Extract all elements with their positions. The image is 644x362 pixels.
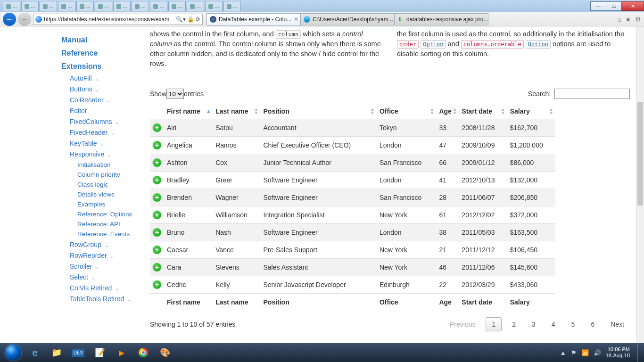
back-button[interactable]: ←: [3, 13, 16, 26]
window-minimize-button[interactable]: —: [590, 1, 606, 11]
expand-row-button[interactable]: +: [153, 228, 161, 237]
bg-tab[interactable]: …: [223, 1, 241, 11]
expand-row-button[interactable]: +: [153, 211, 161, 219]
expand-row-button[interactable]: +: [153, 263, 161, 272]
sidebar-item-select[interactable]: Select ⌄: [70, 273, 137, 281]
start-button[interactable]: [3, 345, 24, 361]
sidebar-subitem[interactable]: Reference: Events: [77, 230, 137, 238]
taskbar-media[interactable]: ▶: [111, 345, 132, 361]
bg-tab[interactable]: …: [132, 1, 149, 11]
sidebar-item-colvis-retired[interactable]: ColVis Retired ⌄: [70, 284, 137, 292]
sidebar-subitem[interactable]: Details views: [77, 191, 137, 198]
col-header[interactable]: Last name▲▼: [213, 104, 260, 119]
sidebar-subitem[interactable]: Initialisation: [77, 161, 137, 168]
sidebar-item-buttons[interactable]: Buttons ⌄: [70, 85, 137, 93]
sidebar-item-keytable[interactable]: KeyTable ⌄: [70, 140, 137, 147]
code-link-option[interactable]: Option: [421, 40, 446, 49]
window-close-button[interactable]: ✕: [621, 1, 644, 11]
tray-volume-icon[interactable]: 🔊: [594, 349, 601, 356]
search-dropdown-icon[interactable]: 🔍▾: [176, 16, 186, 23]
sidebar-item-rowreorder[interactable]: RowReorder ⌄: [70, 252, 137, 259]
show-desktop-button[interactable]: [637, 344, 641, 362]
page-6[interactable]: 6: [585, 318, 600, 331]
col-header[interactable]: Age▲▼: [436, 104, 459, 119]
sidebar-subitem[interactable]: Class logic: [77, 181, 137, 188]
page-scrollbar[interactable]: [636, 26, 644, 345]
bg-tab[interactable]: …: [76, 1, 94, 11]
page-3[interactable]: 3: [526, 318, 541, 331]
window-maximize-button[interactable]: ▭: [606, 1, 622, 11]
sidebar-subitem[interactable]: Column priority: [77, 171, 137, 178]
col-header[interactable]: First name▲: [164, 104, 213, 119]
code-link-order[interactable]: order: [397, 40, 419, 49]
sidebar-item-fixedcolumns[interactable]: FixedColumns ⌄: [70, 118, 137, 125]
code-link-option[interactable]: Option: [526, 40, 551, 49]
address-bar[interactable]: 🔍▾ 🔒 ⟳: [33, 14, 203, 25]
taskbar-clock[interactable]: 10:06 PM 18-Aug-18: [606, 346, 633, 359]
expand-row-button[interactable]: +: [153, 176, 161, 184]
tools-icon[interactable]: ⚙: [635, 16, 641, 23]
sidebar-item-autofill[interactable]: AutoFill ⌄: [70, 74, 137, 82]
sidebar-subitem[interactable]: Examples: [77, 201, 137, 208]
page-1[interactable]: 1: [486, 317, 502, 331]
code-link-columns-orderable[interactable]: columns.orderable: [461, 40, 524, 49]
sidebar-link-reference[interactable]: Reference: [61, 49, 137, 58]
taskbar-notepad[interactable]: 📝: [90, 345, 110, 361]
bg-tab[interactable]: …: [3, 1, 20, 11]
favorites-icon[interactable]: ★: [625, 16, 631, 23]
taskbar-ie[interactable]: e: [25, 345, 45, 361]
tray-flag-icon[interactable]: ⚑: [571, 349, 577, 356]
bg-tab[interactable]: …: [58, 1, 75, 11]
expand-row-button[interactable]: +: [153, 280, 161, 289]
bg-tab[interactable]: …: [150, 1, 167, 11]
expand-row-button[interactable]: +: [153, 158, 161, 167]
sidebar-item-responsive[interactable]: Responsive ⌄: [70, 150, 137, 158]
bg-tab[interactable]: …: [187, 1, 204, 11]
taskbar-explorer[interactable]: 📁: [46, 345, 67, 361]
sidebar-item-editor[interactable]: Editor: [70, 107, 137, 115]
page-5[interactable]: 5: [566, 318, 581, 331]
home-icon[interactable]: ⌂: [618, 16, 621, 23]
forward-button[interactable]: →: [18, 13, 31, 26]
page-2[interactable]: 2: [506, 318, 521, 331]
bg-tab[interactable]: …: [95, 1, 112, 11]
bg-tab[interactable]: …: [205, 1, 223, 11]
refresh-icon[interactable]: ⟳: [196, 16, 200, 23]
col-header[interactable]: Position▲▼: [261, 104, 377, 119]
sidebar-item-tabletools-retired[interactable]: TableTools Retired ⌄: [70, 295, 137, 303]
scrollbar-thumb[interactable]: [637, 102, 643, 206]
tab-local-file[interactable]: C:\Users\Acer\Desktop\shyam...: [300, 13, 395, 25]
taskbar-chrome[interactable]: [133, 345, 154, 361]
taskbar-dev[interactable]: DEV: [68, 345, 89, 361]
bg-tab[interactable]: …: [40, 1, 57, 11]
sidebar-link-manual[interactable]: Manual: [61, 36, 137, 44]
tab-download[interactable]: ⬇ datatables-responsive ajax pro...: [394, 13, 488, 25]
expand-row-button[interactable]: +: [153, 193, 161, 202]
sidebar-item-colreorder[interactable]: ColReorder ⌄: [70, 96, 137, 104]
bg-tab[interactable]: …: [168, 1, 186, 11]
tab-datatables[interactable]: DataTables example - Colu... ✕: [206, 13, 301, 25]
url-input[interactable]: [44, 16, 174, 23]
expand-row-button[interactable]: +: [153, 246, 161, 254]
col-header[interactable]: Office▲▼: [377, 104, 437, 119]
sidebar-heading-extensions[interactable]: Extensions: [61, 62, 137, 71]
sidebar-subitem[interactable]: Reference: Options: [77, 211, 137, 218]
expand-row-button[interactable]: +: [153, 141, 161, 149]
tray-show-hidden-icon[interactable]: ▲: [560, 349, 566, 356]
search-input[interactable]: [554, 89, 630, 99]
sidebar-item-scroller[interactable]: Scroller ⌄: [70, 263, 137, 270]
sidebar-item-rowgroup[interactable]: RowGroup ⌄: [70, 241, 137, 248]
col-header[interactable]: Salary▲▼: [507, 104, 555, 119]
page-4[interactable]: 4: [546, 318, 561, 331]
tab-close-icon[interactable]: ✕: [294, 16, 298, 23]
bg-tab[interactable]: …: [113, 1, 131, 11]
length-select[interactable]: 10: [166, 89, 184, 99]
sidebar-subitem[interactable]: Reference: API: [77, 221, 137, 228]
bg-tab[interactable]: …: [21, 1, 39, 11]
taskbar-paint[interactable]: 🎨: [155, 345, 175, 361]
sidebar-item-fixedheader[interactable]: FixedHeader ⌄: [70, 129, 137, 136]
page-next[interactable]: Next: [605, 318, 630, 331]
page-prev[interactable]: Previous: [444, 318, 481, 331]
col-header[interactable]: Start date▲▼: [459, 104, 507, 119]
expand-row-button[interactable]: +: [153, 123, 161, 132]
